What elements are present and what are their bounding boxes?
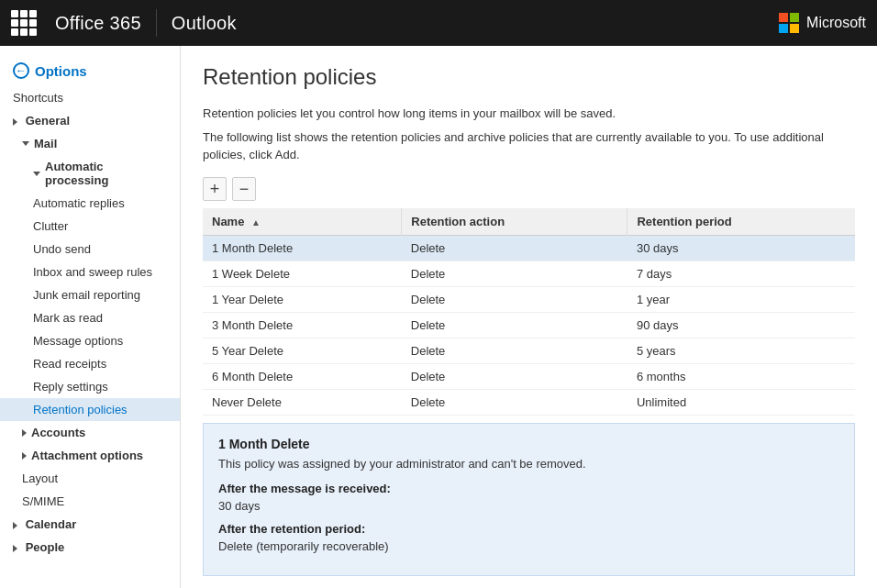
description2: The following list shows the retention p… [203, 128, 855, 164]
cell-action: Delete [402, 363, 627, 389]
cell-period: 1 year [627, 286, 855, 312]
table-row[interactable]: Never Delete Delete Unlimited [203, 389, 855, 415]
description1: Retention policies let you control how l… [203, 105, 855, 123]
topbar-divider [156, 9, 157, 37]
outlook-label: Outlook [172, 13, 237, 34]
toolbar: + − [203, 177, 855, 201]
cell-action: Delete [402, 312, 627, 338]
sidebar-item-message-options[interactable]: Message options [0, 329, 180, 352]
layout: ← Options Shortcuts General Mail Automat… [0, 46, 877, 588]
cell-period: 6 months [627, 363, 855, 389]
cell-action: Delete [402, 235, 627, 261]
auto-processing-collapse-icon [33, 172, 40, 176]
sidebar-item-layout[interactable]: Layout [0, 467, 180, 490]
cell-period: 7 days [627, 261, 855, 286]
options-link[interactable]: ← Options [0, 55, 180, 86]
sidebar-item-clutter[interactable]: Clutter [0, 215, 180, 238]
sort-arrow: ▲ [251, 217, 261, 227]
office365-label: Office 365 [51, 13, 141, 34]
cell-period: 90 days [627, 312, 855, 338]
cell-action: Delete [402, 286, 627, 312]
apps-grid-icon[interactable] [11, 10, 37, 36]
cell-name: Never Delete [203, 389, 402, 415]
microsoft-logo: Microsoft [779, 13, 866, 33]
detail-after-retention-value: Delete (temporarily recoverable) [218, 539, 839, 553]
sidebar-item-mark-as-read[interactable]: Mark as read [0, 306, 180, 329]
sidebar-item-accounts[interactable]: Accounts [0, 421, 180, 444]
table-row[interactable]: 3 Month Delete Delete 90 days [203, 312, 855, 338]
sidebar-item-automatic-replies[interactable]: Automatic replies [0, 192, 180, 215]
table-row[interactable]: 1 Month Delete Delete 30 days [203, 235, 855, 261]
accounts-collapse-icon [22, 429, 27, 437]
people-collapse-icon [13, 545, 17, 552]
sidebar: ← Options Shortcuts General Mail Automat… [0, 46, 181, 588]
sidebar-item-undo-send[interactable]: Undo send [0, 238, 180, 261]
ms-squares [779, 13, 799, 33]
sidebar-item-general[interactable]: General [0, 109, 180, 132]
cell-period: 5 years [627, 338, 855, 363]
cell-action: Delete [402, 261, 627, 286]
col-action[interactable]: Retention action [402, 208, 627, 236]
sidebar-item-smime[interactable]: S/MIME [0, 490, 180, 513]
calendar-collapse-icon [13, 522, 17, 529]
sidebar-item-calendar[interactable]: Calendar [0, 513, 180, 536]
add-button[interactable]: + [203, 177, 227, 201]
cell-name: 5 Year Delete [203, 338, 402, 363]
cell-action: Delete [402, 389, 627, 415]
detail-title: 1 Month Delete [218, 437, 839, 451]
table-row[interactable]: 1 Year Delete Delete 1 year [203, 286, 855, 312]
cell-name: 3 Month Delete [203, 312, 402, 338]
ms-square-yellow [790, 24, 799, 33]
sidebar-item-attachment-options[interactable]: Attachment options [0, 444, 180, 467]
sidebar-item-junk-email[interactable]: Junk email reporting [0, 283, 180, 306]
cell-name: 1 Month Delete [203, 235, 402, 261]
topbar: Office 365 Outlook Microsoft [0, 0, 877, 46]
sidebar-item-retention-policies[interactable]: Retention policies [0, 398, 180, 421]
attachment-collapse-icon [22, 452, 27, 460]
microsoft-name: Microsoft [806, 15, 866, 31]
options-label: Options [35, 63, 87, 79]
remove-button[interactable]: − [232, 177, 256, 201]
cell-name: 1 Week Delete [203, 261, 402, 286]
detail-after-retention-label: After the retention period: [218, 522, 839, 536]
cell-period: Unlimited [627, 389, 855, 415]
back-icon: ← [13, 62, 29, 79]
detail-note: This policy was assigned by your adminis… [218, 457, 839, 471]
detail-after-received-label: After the message is received: [218, 482, 839, 495]
detail-panel: 1 Month Delete This policy was assigned … [203, 423, 855, 576]
col-name[interactable]: Name ▲ [203, 208, 402, 236]
sidebar-item-people[interactable]: People [0, 536, 180, 559]
table-row[interactable]: 6 Month Delete Delete 6 months [203, 363, 855, 389]
sidebar-item-automatic-processing[interactable]: Automatic processing [0, 155, 180, 192]
cell-name: 1 Year Delete [203, 286, 402, 312]
sidebar-item-mail[interactable]: Mail [0, 132, 180, 155]
cell-action: Delete [402, 338, 627, 363]
table-header-row: Name ▲ Retention action Retention period [203, 208, 855, 236]
table-row[interactable]: 1 Week Delete Delete 7 days [203, 261, 855, 286]
detail-after-received-value: 30 days [218, 499, 839, 513]
ms-square-green [790, 13, 799, 22]
main-content: Retention policies Retention policies le… [181, 46, 877, 588]
table-row[interactable]: 5 Year Delete Delete 5 years [203, 338, 855, 363]
page-title: Retention policies [203, 64, 855, 90]
policy-table: Name ▲ Retention action Retention period… [203, 208, 855, 416]
ms-square-blue [779, 24, 788, 33]
sidebar-item-reply-settings[interactable]: Reply settings [0, 375, 180, 398]
col-period[interactable]: Retention period [627, 208, 855, 236]
ms-square-red [779, 13, 788, 22]
general-collapse-icon [13, 118, 17, 126]
sidebar-item-inbox-sweep[interactable]: Inbox and sweep rules [0, 261, 180, 283]
sidebar-item-read-receipts[interactable]: Read receipts [0, 352, 180, 375]
cell-period: 30 days [627, 235, 855, 261]
cell-name: 6 Month Delete [203, 363, 402, 389]
mail-collapse-icon [22, 141, 29, 146]
sidebar-item-shortcuts[interactable]: Shortcuts [0, 86, 180, 109]
